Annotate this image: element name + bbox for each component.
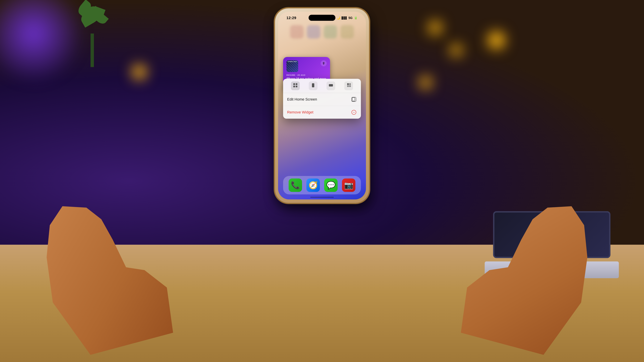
- phone-app-icon: 📞: [291, 181, 300, 190]
- status-icons: 🌙 ▋▋▋ 5G 🔋: [336, 16, 358, 20]
- dock-camera-app[interactable]: 📷: [342, 178, 355, 192]
- network-type-label: 5G: [348, 16, 352, 20]
- minus-circle-icon: −: [352, 110, 356, 115]
- signal-bars-icon: ▋▋▋: [342, 16, 347, 19]
- svg-rect-9: [349, 85, 351, 87]
- widget-size-selector: [283, 79, 361, 93]
- widget-header: 9TO5MAC DAILY 🎙: [286, 60, 327, 72]
- phone-device-icon: [352, 97, 356, 102]
- context-menu: Edit Home Screen Remove Wi: [283, 79, 361, 119]
- svg-rect-2: [293, 86, 295, 87]
- dock-messages-app[interactable]: 💬: [324, 178, 338, 192]
- rect-tall-icon: [311, 83, 315, 88]
- background-scene: 12:29 🌙 ▋▋▋ 5G 🔋: [0, 0, 644, 362]
- podcast-app-icon: 🎙: [321, 60, 327, 66]
- svg-rect-7: [349, 83, 351, 85]
- remove-widget-label: Remove Widget: [287, 110, 314, 114]
- rect-wide-icon: [329, 83, 333, 88]
- svg-rect-5: [329, 84, 333, 86]
- remove-widget-icon: −: [351, 109, 357, 115]
- safari-app-icon: 🧭: [308, 181, 318, 190]
- home-indicator[interactable]: [310, 197, 334, 198]
- bokeh-light-2: [131, 64, 148, 80]
- svg-rect-4: [312, 83, 314, 87]
- svg-rect-1: [296, 83, 297, 85]
- battery-icon: 🔋: [354, 16, 358, 20]
- edit-home-screen-label: Edit Home Screen: [287, 97, 317, 102]
- app-dock: 📞 🧭 💬 📷: [283, 176, 361, 194]
- podcast-logo-text: 9TO5MAC DAILY: [287, 61, 298, 62]
- iphone-body: 12:29 🌙 ▋▋▋ 5G 🔋: [275, 8, 369, 203]
- dock-safari-app[interactable]: 🧭: [306, 178, 320, 192]
- svg-rect-6: [347, 83, 349, 85]
- size-option-wide[interactable]: [326, 81, 335, 90]
- minus-symbol: −: [353, 110, 355, 114]
- widget-resume-label: RESUME · 2D AGO: [286, 74, 327, 76]
- svg-point-11: [353, 100, 354, 101]
- bokeh-light-5: [418, 75, 433, 90]
- iphone-device: 12:29 🌙 ▋▋▋ 5G 🔋: [275, 8, 369, 203]
- podcast-artwork: 9TO5MAC DAILY: [286, 60, 298, 72]
- bokeh-light-3: [428, 20, 443, 35]
- plant-decoration: [67, 0, 118, 67]
- edit-home-screen-item[interactable]: Edit Home Screen: [283, 93, 361, 106]
- size-option-tall[interactable]: [309, 81, 318, 90]
- messages-app-icon: 💬: [326, 181, 336, 190]
- moon-icon: 🌙: [336, 16, 340, 20]
- iphone-screen: 12:29 🌙 ▋▋▋ 5G 🔋: [278, 12, 366, 199]
- edit-home-screen-icon: [351, 96, 357, 102]
- grid-2x2-icon: [293, 83, 298, 88]
- microphone-icon: 🎙: [322, 62, 325, 65]
- size-option-2x2[interactable]: [291, 81, 300, 90]
- svg-rect-0: [293, 83, 295, 85]
- remove-widget-item[interactable]: Remove Widget −: [283, 106, 361, 119]
- bokeh-light-1: [486, 30, 506, 50]
- size-option-single[interactable]: [344, 81, 353, 90]
- status-time: 12:29: [286, 16, 296, 20]
- dock-phone-app[interactable]: 📞: [289, 178, 302, 192]
- single-rect-icon: [346, 83, 351, 88]
- camera-app-icon: 📷: [344, 181, 353, 190]
- svg-rect-8: [347, 85, 349, 87]
- svg-rect-3: [296, 86, 297, 87]
- bokeh-light-4: [450, 43, 463, 57]
- dynamic-island: [308, 15, 336, 21]
- app-grid-background: [290, 25, 354, 38]
